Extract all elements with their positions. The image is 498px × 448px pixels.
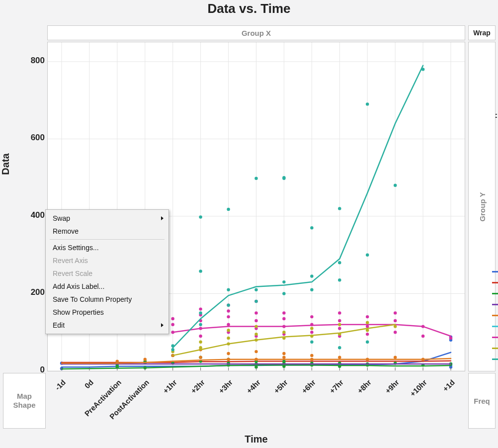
- legend-swatch[interactable]: [492, 315, 498, 316]
- svg-point-147: [310, 226, 313, 229]
- svg-point-49: [338, 365, 341, 368]
- svg-point-116: [227, 329, 230, 332]
- svg-point-67: [310, 358, 313, 361]
- svg-point-57: [144, 358, 147, 361]
- svg-point-123: [310, 327, 313, 330]
- svg-point-69: [338, 356, 341, 359]
- y-tick-label: 400: [5, 210, 45, 220]
- svg-point-151: [366, 254, 369, 257]
- menu-item-swap[interactable]: Swap: [46, 212, 168, 225]
- svg-point-119: [254, 325, 257, 328]
- legend-swatch[interactable]: [492, 358, 498, 360]
- svg-point-118: [254, 333, 257, 336]
- svg-point-101: [338, 311, 341, 314]
- menu-item-axis-settings[interactable]: Axis Settings...: [46, 241, 168, 254]
- svg-point-113: [199, 341, 202, 344]
- svg-point-145: [310, 288, 313, 291]
- svg-point-97: [310, 315, 313, 318]
- svg-point-104: [366, 315, 369, 318]
- svg-point-108: [421, 335, 424, 338]
- svg-point-124: [338, 333, 341, 336]
- group-y-panel[interactable]: Group Y: [468, 42, 496, 371]
- svg-point-61: [227, 358, 230, 361]
- svg-point-150: [338, 207, 341, 210]
- menu-item-save-to-column-property[interactable]: Save To Column Property: [46, 293, 168, 306]
- svg-point-75: [171, 317, 174, 320]
- svg-point-102: [366, 333, 369, 336]
- map-shape-box[interactable]: Map Shape: [3, 373, 46, 429]
- menu-item-revert-axis: Revert Axis: [46, 254, 168, 267]
- svg-point-139: [254, 288, 257, 291]
- svg-point-99: [338, 327, 341, 330]
- svg-point-76: [199, 335, 202, 338]
- svg-point-84: [227, 309, 230, 312]
- svg-point-130: [171, 348, 174, 351]
- svg-point-94: [282, 311, 285, 314]
- svg-point-96: [310, 323, 313, 326]
- svg-point-133: [199, 269, 202, 272]
- legend-swatch[interactable]: [492, 304, 498, 305]
- legend-swatch[interactable]: [492, 337, 498, 338]
- legend-swatch[interactable]: [492, 326, 498, 327]
- svg-point-82: [227, 323, 230, 326]
- legend-swatch[interactable]: [492, 282, 498, 283]
- freq-box[interactable]: Freq: [468, 373, 496, 429]
- svg-point-138: [254, 300, 257, 303]
- svg-point-115: [227, 337, 230, 340]
- menu-item-show-properties[interactable]: Show Properties: [46, 306, 168, 319]
- svg-point-103: [366, 325, 369, 328]
- svg-point-71: [394, 356, 397, 359]
- y-axis-label[interactable]: Data: [0, 144, 11, 184]
- svg-point-128: [394, 325, 397, 328]
- svg-point-110: [449, 337, 452, 340]
- svg-point-140: [254, 177, 257, 180]
- svg-point-156: [338, 346, 341, 349]
- svg-point-106: [394, 319, 397, 322]
- svg-point-93: [282, 317, 285, 320]
- chevron-right-icon: [161, 216, 164, 220]
- svg-point-154: [421, 68, 424, 71]
- svg-point-126: [366, 329, 369, 332]
- svg-point-136: [227, 288, 230, 291]
- menu-item-add-axis-label[interactable]: Add Axis Label...: [46, 280, 168, 293]
- menu-separator: [50, 239, 165, 240]
- svg-point-60: [199, 356, 202, 359]
- menu-item-revert-scale: Revert Scale: [46, 267, 168, 280]
- svg-point-155: [310, 341, 313, 344]
- menu-item-remove[interactable]: Remove: [46, 225, 168, 238]
- svg-point-105: [394, 331, 397, 334]
- group-x-header[interactable]: Group X: [47, 25, 465, 40]
- svg-point-62: [227, 352, 230, 355]
- svg-point-100: [338, 319, 341, 322]
- svg-point-64: [254, 350, 257, 353]
- svg-point-144: [282, 176, 285, 179]
- legend-swatch[interactable]: [492, 348, 498, 349]
- svg-point-131: [199, 323, 202, 326]
- svg-point-114: [227, 342, 230, 345]
- svg-point-63: [254, 358, 257, 361]
- menu-item-edit[interactable]: Edit: [46, 319, 168, 332]
- svg-point-120: [282, 337, 285, 340]
- svg-point-70: [366, 358, 369, 361]
- svg-point-92: [282, 325, 285, 328]
- y-tick-label: 200: [5, 287, 45, 297]
- wrap-button[interactable]: Wrap: [468, 25, 496, 40]
- y-tick-label: 600: [5, 133, 45, 143]
- x-axis-label[interactable]: Time: [47, 434, 465, 445]
- legend-swatch[interactable]: [492, 271, 498, 272]
- svg-point-121: [282, 331, 285, 334]
- svg-point-109: [421, 325, 424, 328]
- svg-point-134: [199, 215, 202, 218]
- svg-point-135: [227, 304, 230, 307]
- svg-point-157: [366, 341, 369, 344]
- svg-point-149: [338, 261, 341, 264]
- svg-point-152: [366, 102, 369, 105]
- svg-point-112: [199, 346, 202, 349]
- legend-swatch[interactable]: [492, 293, 498, 294]
- svg-point-88: [254, 319, 257, 322]
- svg-point-80: [199, 307, 202, 310]
- svg-point-46: [282, 359, 285, 362]
- svg-point-73: [171, 331, 174, 334]
- svg-point-132: [199, 311, 202, 314]
- svg-point-146: [310, 274, 313, 277]
